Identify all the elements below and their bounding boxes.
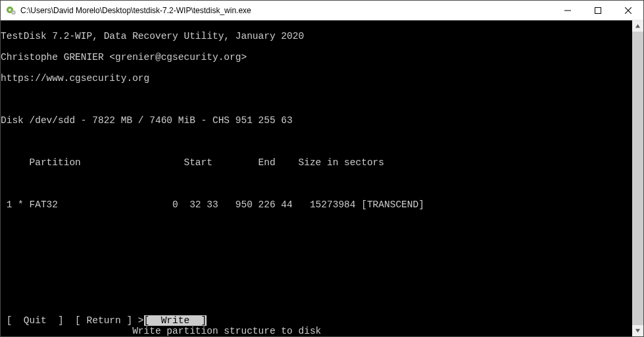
scroll-down-button[interactable] [632, 325, 643, 336]
selection-marker: > [138, 315, 144, 326]
blank-line [1, 136, 632, 147]
partition-row: 1 * FAT32 0 32 33 950 226 44 15273984 [T… [1, 199, 632, 210]
window-titlebar: C:\Users\David Morelo\Desktop\testdisk-7… [1, 1, 643, 20]
blank-line [1, 94, 632, 105]
window-controls [553, 1, 643, 20]
scroll-thumb[interactable] [632, 32, 643, 325]
vertical-scrollbar[interactable] [632, 20, 643, 336]
disk-info-line: Disk /dev/sdd - 7822 MB / 7460 MiB - CHS… [1, 115, 632, 126]
menu-row: [ Quit ] [ Return ] >[ Write ] [1, 315, 207, 326]
partition-table-header: Partition Start End Size in sectors [1, 157, 632, 168]
header-line-2: Christophe GRENIER <grenier@cgsecurity.o… [1, 52, 632, 63]
header-line-1: TestDisk 7.2-WIP, Data Recovery Utility,… [1, 31, 632, 41]
quit-option[interactable]: [ Quit ] [ Return ] [1, 315, 138, 326]
close-button[interactable] [613, 1, 643, 20]
svg-point-1 [9, 8, 11, 11]
maximize-button[interactable] [583, 1, 613, 20]
console-output: TestDisk 7.2-WIP, Data Recovery Utility,… [1, 20, 632, 336]
svg-rect-4 [564, 10, 571, 11]
window-title: C:\Users\David Morelo\Desktop\testdisk-7… [20, 6, 553, 15]
help-line: Write partition structure to disk [1, 326, 321, 336]
write-option-selected[interactable]: [ Write ] [144, 315, 207, 326]
svg-rect-5 [595, 7, 601, 13]
blank-line [1, 178, 632, 189]
scroll-up-button[interactable] [632, 20, 643, 32]
client-area: TestDisk 7.2-WIP, Data Recovery Utility,… [1, 20, 643, 336]
svg-point-3 [12, 11, 14, 13]
app-icon [6, 5, 16, 16]
header-line-3: https://www.cgsecurity.org [1, 73, 632, 84]
minimize-button[interactable] [553, 1, 583, 20]
